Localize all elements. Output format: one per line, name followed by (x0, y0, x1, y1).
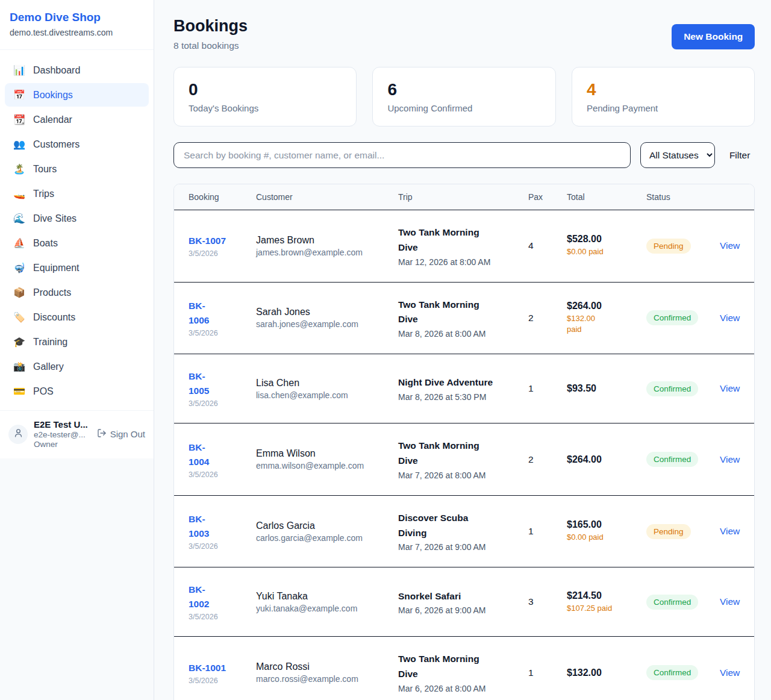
sidebar: Demo Dive Shop demo.test.divestreams.com… (0, 0, 154, 700)
pax-count: 4 (528, 240, 567, 251)
booking-id-link[interactable]: BK- 1006 (189, 299, 256, 328)
wave-icon: 🌊 (13, 213, 25, 224)
pax-count: 1 (528, 526, 567, 537)
shop-domain: demo.test.divestreams.com (10, 28, 144, 37)
new-booking-button[interactable]: New Booking (672, 24, 755, 49)
view-link[interactable]: View (720, 596, 740, 607)
customer-email: carlos.garcia@example.com (256, 533, 398, 543)
stat-label: Upcoming Confirmed (387, 103, 540, 113)
customer-email: lisa.chen@example.com (256, 390, 398, 400)
booking-date: 3/5/2026 (189, 542, 256, 551)
view-link[interactable]: View (720, 240, 740, 251)
trip-datetime: Mar 7, 2026 at 8:00 AM (398, 470, 528, 480)
customer-email: james.brown@example.com (256, 248, 398, 257)
view-link[interactable]: View (720, 526, 740, 536)
trip-datetime: Mar 7, 2026 at 9:00 AM (398, 542, 528, 552)
table-row: BK- 1006 3/5/2026 Sarah Jones sarah.jone… (174, 282, 754, 354)
sidebar-item-dive-sites[interactable]: 🌊 Dive Sites (5, 207, 149, 230)
trip-datetime: Mar 6, 2026 at 9:00 AM (398, 605, 528, 615)
sidebar-item-calendar[interactable]: 📆 Calendar (5, 108, 149, 131)
paid-amount: $0.00 paid (567, 532, 646, 543)
trip-datetime: Mar 8, 2026 at 5:30 PM (398, 392, 528, 402)
sailboat-icon: ⛵ (13, 237, 25, 249)
user-email: e2e-tester@... (34, 430, 91, 439)
sidebar-item-equipment[interactable]: 🤿 Equipment (5, 256, 149, 280)
trip-name: Snorkel Safari (398, 589, 528, 604)
booking-date: 3/5/2026 (189, 470, 256, 479)
sidebar-item-discounts[interactable]: 🏷️ Discounts (5, 305, 149, 329)
booking-id-link[interactable]: BK- 1005 (189, 369, 256, 398)
booking-id-link[interactable]: BK- 1002 (189, 583, 256, 611)
view-link[interactable]: View (720, 313, 740, 323)
pax-count: 2 (528, 454, 567, 465)
sidebar-user-footer: E2E Test U... e2e-tester@... Owner Sign … (0, 410, 154, 458)
diving-mask-icon: 🤿 (13, 262, 25, 273)
tag-icon: 🏷️ (13, 311, 25, 323)
booking-date: 3/5/2026 (189, 613, 256, 621)
view-link[interactable]: View (720, 667, 740, 678)
trip-datetime: Mar 12, 2026 at 8:00 AM (398, 257, 528, 267)
calendar-icon: 📅 (13, 89, 25, 101)
trip-name: Two Tank Morning Dive (398, 298, 528, 328)
sidebar-item-customers[interactable]: 👥 Customers (5, 133, 149, 156)
trip-name: Discover Scuba Diving (398, 511, 528, 541)
booking-date: 3/5/2026 (189, 249, 256, 258)
status-badge: Confirmed (646, 381, 698, 396)
filter-button[interactable]: Filter (725, 150, 755, 161)
shop-logo-block: Demo Dive Shop demo.test.divestreams.com (0, 0, 154, 50)
status-filter-select[interactable]: All Statuses (640, 142, 715, 168)
trip-datetime: Mar 6, 2026 at 8:00 AM (398, 684, 528, 693)
sign-out-button[interactable]: Sign Out (97, 428, 145, 440)
trip-name: Two Tank Morning Dive (398, 652, 528, 682)
column-header-status: Status (646, 192, 720, 202)
table-row: BK- 1002 3/5/2026 Yuki Tanaka yuki.tanak… (174, 567, 754, 636)
trip-name: Two Tank Morning Dive (398, 439, 528, 469)
table-row: BK-1001 3/5/2026 Marco Rossi marco.rossi… (174, 636, 754, 700)
table-row: BK- 1005 3/5/2026 Lisa Chen lisa.chen@ex… (174, 354, 754, 423)
view-link[interactable]: View (720, 454, 740, 464)
table-header-row: Booking Customer Trip Pax Total Status (174, 184, 754, 210)
total-amount: $132.00 (567, 667, 646, 678)
sidebar-item-pos[interactable]: 💳 POS (5, 380, 149, 403)
sidebar-item-boats[interactable]: ⛵ Boats (5, 231, 149, 255)
pax-count: 2 (528, 313, 567, 323)
booking-id-link[interactable]: BK- 1004 (189, 440, 256, 469)
sidebar-item-gallery[interactable]: 📸 Gallery (5, 355, 149, 378)
stat-label: Pending Payment (587, 103, 740, 113)
customer-name: Emma Wilson (256, 448, 398, 459)
booking-id-link[interactable]: BK-1001 (189, 661, 256, 675)
stat-value: 6 (387, 80, 540, 99)
total-amount: $165.00 (567, 519, 646, 530)
sidebar-item-bookings[interactable]: 📅 Bookings (5, 83, 149, 107)
island-icon: 🏝️ (13, 163, 25, 175)
sidebar-item-tours[interactable]: 🏝️ Tours (5, 157, 149, 181)
search-input[interactable] (173, 142, 631, 168)
total-amount: $214.50 (567, 590, 646, 601)
customer-email: yuki.tanaka@example.com (256, 604, 398, 613)
main-content: Bookings 8 total bookings New Booking 0T… (154, 0, 771, 700)
column-header-pax: Pax (528, 192, 567, 202)
stat-card-today-s-bookings: 0Today's Bookings (173, 67, 357, 127)
camera-icon: 📸 (13, 361, 25, 372)
column-header-trip: Trip (398, 192, 528, 202)
status-badge: Confirmed (646, 665, 698, 680)
customer-email: emma.wilson@example.com (256, 461, 398, 470)
booking-id-link[interactable]: BK- 1003 (189, 512, 256, 541)
customer-name: James Brown (256, 235, 398, 246)
sidebar-item-trips[interactable]: 🚤 Trips (5, 182, 149, 205)
stat-value: 0 (189, 80, 342, 99)
user-name: E2E Test U... (34, 419, 91, 430)
customer-name: Carlos Garcia (256, 520, 398, 531)
shop-name: Demo Dive Shop (10, 11, 144, 24)
sidebar-item-products[interactable]: 📦 Products (5, 281, 149, 304)
table-row: BK- 1003 3/5/2026 Carlos Garcia carlos.g… (174, 495, 754, 567)
status-badge: Pending (646, 524, 691, 539)
view-link[interactable]: View (720, 383, 740, 393)
stats-row: 0Today's Bookings6Upcoming Confirmed4Pen… (173, 67, 755, 127)
booking-id-link[interactable]: BK-1007 (189, 234, 256, 248)
table-row: BK- 1004 3/5/2026 Emma Wilson emma.wilso… (174, 423, 754, 495)
customer-name: Marco Rossi (256, 661, 398, 672)
sidebar-item-training[interactable]: 🎓 Training (5, 330, 149, 354)
sidebar-item-dashboard[interactable]: 📊 Dashboard (5, 58, 149, 82)
column-header-booking: Booking (189, 192, 256, 202)
